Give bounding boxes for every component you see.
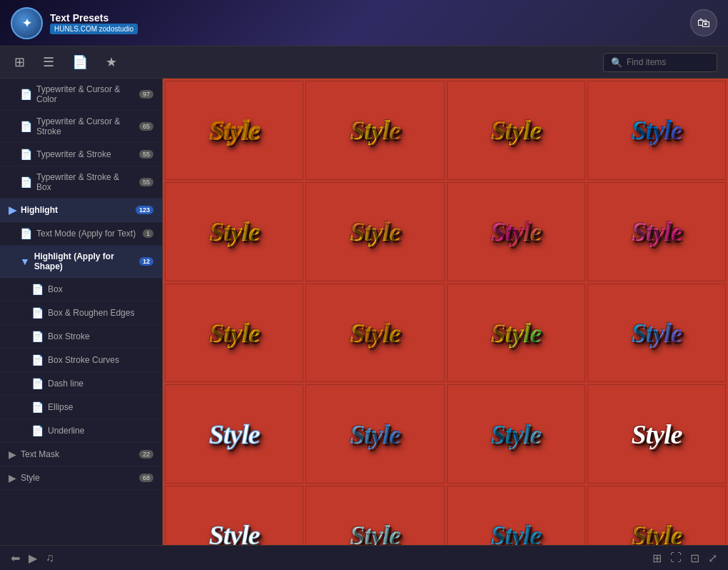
- badge: 97: [139, 90, 153, 99]
- grid-item-4[interactable]: Style: [587, 81, 726, 180]
- sidebar-label: Text Mode (Apply for Text): [36, 229, 136, 239]
- badge: 68: [139, 474, 153, 482]
- grid-item-13[interactable]: Style: [165, 384, 303, 484]
- grid-item-10[interactable]: Style: [305, 284, 444, 383]
- grid-item-17[interactable]: Style: [165, 486, 303, 545]
- badge: 55: [139, 178, 153, 186]
- sidebar-item-dash-line[interactable]: 📄 Dash line: [0, 372, 162, 396]
- bottom-bar: ⬅ ▶ ♫ ⊞ ⛶ ⊡ ⤢: [0, 545, 728, 570]
- style-preview-text: Style: [209, 419, 260, 450]
- style-preview-text: Style: [490, 419, 541, 450]
- list-icon[interactable]: ☰: [39, 51, 58, 74]
- sidebar-item-box-roughen[interactable]: 📄 Box & Roughen Edges: [0, 301, 162, 325]
- app-subtitle: HUNLS.COM zodostudio: [50, 24, 138, 34]
- sidebar-item-box-stroke[interactable]: 📄 Box Stroke: [0, 325, 162, 349]
- highlight-icon: ▶: [9, 204, 16, 216]
- back-icon[interactable]: ⬅: [11, 551, 20, 565]
- header-titles: Text Presets HUNLS.COM zodostudio: [50, 12, 138, 34]
- style-preview-text: Style: [209, 114, 260, 146]
- fit-icon[interactable]: ⊡: [690, 551, 699, 565]
- sidebar-item-typewriter-cursor-stroke[interactable]: 📄 Typewriter & Cursor & Stroke 65: [0, 111, 162, 143]
- header: ✦ Text Presets HUNLS.COM zodostudio 🛍: [0, 0, 728, 46]
- grid-item-20[interactable]: Style: [587, 486, 726, 545]
- grid-item-19[interactable]: Style: [447, 486, 585, 545]
- doc-icon3: 📄: [20, 149, 32, 160]
- style-icon: ▶: [9, 472, 16, 484]
- grid-item-2[interactable]: Style: [305, 81, 444, 180]
- grid-item-1[interactable]: Style: [165, 81, 303, 180]
- style-preview-text: Style: [209, 216, 260, 247]
- grid-item-14[interactable]: Style: [305, 384, 444, 484]
- style-preview-text: Style: [490, 519, 541, 545]
- badge: 65: [139, 122, 153, 131]
- doc-icon5: 📄: [20, 228, 32, 239]
- sidebar-label: Box Stroke Curves: [48, 355, 119, 365]
- play-icon[interactable]: ▶: [29, 551, 37, 565]
- grid-item-8[interactable]: Style: [587, 182, 726, 281]
- badge: 12: [139, 257, 153, 266]
- grid-item-9[interactable]: Style: [165, 284, 303, 383]
- grid-item-7[interactable]: Style: [447, 182, 585, 281]
- doc-icon10: 📄: [31, 378, 44, 389]
- grid-item-18[interactable]: Style: [305, 486, 444, 545]
- doc-icon8: 📄: [31, 331, 44, 342]
- filter-icon[interactable]: ⊞: [11, 51, 29, 74]
- style-preview-text: Style: [631, 419, 682, 450]
- search-input[interactable]: [627, 57, 712, 67]
- sidebar-item-highlight[interactable]: ▶ Highlight 123: [0, 199, 162, 222]
- style-preview-text: Style: [631, 317, 682, 349]
- doc-icon9: 📄: [31, 354, 44, 366]
- grid-item-6[interactable]: Style: [305, 182, 444, 281]
- style-grid: Style Style Style Style Style Style Styl…: [163, 79, 728, 545]
- sidebar-item-underline[interactable]: 📄 Underline: [0, 419, 162, 443]
- sidebar-label: Ellipse: [48, 402, 73, 412]
- sidebar-item-typewriter-stroke-box[interactable]: 📄 Typewriter & Stroke & Box 55: [0, 166, 162, 199]
- grid-item-12[interactable]: Style: [587, 284, 726, 383]
- grid-item-16[interactable]: Style: [587, 384, 726, 484]
- file-icon[interactable]: 📄: [69, 51, 91, 74]
- grid-item-5[interactable]: Style: [165, 182, 303, 281]
- sidebar-item-highlight-shape[interactable]: ▼ Highlight (Apply for Shape) 12: [0, 246, 162, 278]
- sidebar-item-text-mode[interactable]: 📄 Text Mode (Apply for Text) 1: [0, 222, 162, 246]
- sidebar-label: Highlight (Apply for Shape): [34, 251, 135, 271]
- music-icon[interactable]: ♫: [46, 551, 54, 564]
- style-preview-text: Style: [631, 114, 682, 146]
- sidebar-item-text-mask[interactable]: ▶ Text Mask 22: [0, 443, 162, 466]
- sidebar-item-typewriter-cursor-color[interactable]: 📄 Typewriter & Cursor & Color 97: [0, 79, 162, 111]
- sidebar-item-box[interactable]: 📄 Box: [0, 278, 162, 301]
- doc-icon12: 📄: [31, 425, 44, 436]
- mask-icon: ▶: [9, 449, 16, 460]
- grid-item-3[interactable]: Style: [447, 81, 585, 180]
- sidebar-label: Typewriter & Cursor & Stroke: [36, 116, 135, 136]
- style-preview-text: Style: [350, 317, 400, 349]
- style-preview-text: Style: [490, 216, 541, 247]
- sidebar-item-box-stroke-curves[interactable]: 📄 Box Stroke Curves: [0, 349, 162, 372]
- style-preview-text: Style: [631, 216, 682, 247]
- style-preview-text: Style: [350, 419, 400, 450]
- doc-icon6: 📄: [31, 284, 44, 295]
- grid-item-15[interactable]: Style: [447, 384, 585, 484]
- sidebar-label: Dash line: [48, 379, 84, 389]
- sidebar-label: Typewriter & Stroke & Box: [36, 172, 135, 192]
- expand-icon[interactable]: ⛶: [670, 551, 682, 565]
- cart-button[interactable]: 🛍: [690, 9, 717, 36]
- sidebar: 📄 Typewriter & Cursor & Color 97 📄 Typew…: [0, 79, 163, 545]
- sidebar-label: Style: [21, 473, 40, 483]
- doc-icon4: 📄: [20, 176, 32, 188]
- grid-item-11[interactable]: Style: [447, 284, 585, 383]
- sidebar-item-typewriter-stroke[interactable]: 📄 Typewriter & Stroke 55: [0, 143, 162, 166]
- sidebar-label: Box & Roughen Edges: [48, 308, 134, 318]
- header-logo: ✦ Text Presets HUNLS.COM zodostudio: [11, 7, 138, 39]
- star-icon[interactable]: ★: [102, 51, 121, 74]
- style-preview-text: Style: [209, 317, 260, 349]
- sidebar-item-ellipse[interactable]: 📄 Ellipse: [0, 396, 162, 419]
- sidebar-label: Typewriter & Cursor & Color: [36, 84, 135, 104]
- sidebar-item-style[interactable]: ▶ Style 68: [0, 466, 162, 490]
- sidebar-label: Typewriter & Stroke: [36, 149, 111, 159]
- doc-icon11: 📄: [31, 401, 44, 413]
- doc-icon7: 📄: [31, 307, 44, 319]
- style-preview-text: Style: [350, 519, 400, 545]
- search-box[interactable]: 🔍: [603, 53, 717, 72]
- grid-view-icon[interactable]: ⊞: [652, 551, 662, 565]
- fullscreen-icon[interactable]: ⤢: [708, 551, 717, 565]
